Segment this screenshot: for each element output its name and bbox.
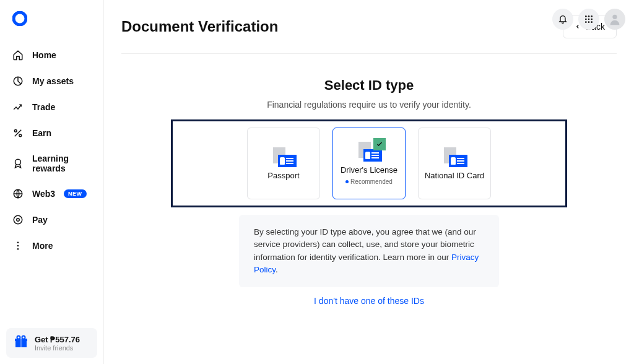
sidebar: Home My assets Trade Earn Learning rewar… xyxy=(0,0,104,364)
svg-point-18 xyxy=(591,15,593,17)
sidebar-item-pay[interactable]: Pay xyxy=(0,208,103,232)
notifications-button[interactable] xyxy=(552,9,573,30)
section-subtitle: Financial regulations require us to veri… xyxy=(171,100,567,110)
home-icon xyxy=(12,50,24,61)
section-title: Select ID type xyxy=(171,77,567,93)
svg-point-20 xyxy=(588,19,590,20)
invite-friends-box[interactable]: Get ₱557.76 Invite friends xyxy=(6,328,97,358)
svg-point-14 xyxy=(17,336,20,339)
id-options: Passport Driver's License Recommended xyxy=(181,128,557,199)
id-card-icon xyxy=(271,147,297,167)
check-icon xyxy=(373,138,386,150)
sidebar-item-label: Trade xyxy=(32,102,55,112)
award-icon xyxy=(12,158,24,169)
logo[interactable] xyxy=(12,11,27,26)
invite-title: Get ₱557.76 xyxy=(35,335,80,344)
sidebar-item-label: Learning rewards xyxy=(32,154,91,173)
page-header: Document Verification Back xyxy=(121,15,617,54)
main-content: Document Verification Back Select ID typ… xyxy=(104,0,634,364)
svg-point-22 xyxy=(585,21,587,23)
svg-point-8 xyxy=(17,241,19,243)
id-card-icon xyxy=(441,147,467,167)
sidebar-item-label: More xyxy=(32,241,53,251)
id-card-icon xyxy=(356,142,382,162)
svg-point-2 xyxy=(14,129,17,132)
chart-icon xyxy=(12,102,24,113)
svg-point-23 xyxy=(588,21,590,23)
sidebar-nav: Home My assets Trade Earn Learning rewar… xyxy=(0,43,103,258)
header-actions xyxy=(552,9,625,30)
pie-icon xyxy=(12,76,24,87)
disclaimer-text: By selecting your ID type above, you agr… xyxy=(254,227,476,262)
avatar[interactable] xyxy=(604,9,625,30)
percent-icon xyxy=(12,128,24,139)
svg-point-6 xyxy=(14,215,22,224)
globe-icon xyxy=(12,188,24,199)
sidebar-item-label: Pay xyxy=(32,215,48,225)
gift-icon xyxy=(14,334,28,352)
sidebar-item-label: Home xyxy=(32,50,56,60)
new-badge: NEW xyxy=(64,189,87,198)
id-options-highlight: Passport Driver's License Recommended xyxy=(171,119,567,207)
svg-rect-13 xyxy=(20,339,22,347)
svg-point-4 xyxy=(15,159,21,165)
disclaimer: By selecting your ID type above, you agr… xyxy=(239,215,499,287)
svg-point-25 xyxy=(612,15,617,19)
sidebar-item-earn[interactable]: Earn xyxy=(0,121,103,145)
id-option-passport[interactable]: Passport xyxy=(247,128,320,199)
svg-point-16 xyxy=(585,15,587,17)
svg-point-7 xyxy=(17,219,20,222)
svg-point-10 xyxy=(17,248,19,250)
id-label: Passport xyxy=(267,171,299,180)
sidebar-item-label: Earn xyxy=(32,128,51,138)
disclaimer-end: . xyxy=(276,265,278,274)
sidebar-item-trade[interactable]: Trade xyxy=(0,95,103,119)
id-label: National ID Card xyxy=(425,171,484,180)
id-label: Driver's License xyxy=(341,165,397,175)
svg-point-0 xyxy=(14,12,26,25)
recommended-badge: Recommended xyxy=(345,178,393,185)
svg-point-3 xyxy=(19,134,22,137)
content: Select ID type Financial regulations req… xyxy=(171,77,567,306)
svg-point-24 xyxy=(591,21,593,23)
svg-point-9 xyxy=(17,245,19,247)
apps-button[interactable] xyxy=(578,9,599,30)
sidebar-item-more[interactable]: More xyxy=(0,234,103,258)
sidebar-item-assets[interactable]: My assets xyxy=(0,69,103,93)
svg-point-19 xyxy=(585,19,587,20)
coin-icon xyxy=(12,214,24,225)
more-icon xyxy=(12,240,24,251)
svg-point-17 xyxy=(588,15,590,17)
sidebar-item-label: My assets xyxy=(32,76,74,86)
sidebar-item-web3[interactable]: Web3 NEW xyxy=(0,182,103,206)
id-option-drivers-license[interactable]: Driver's License Recommended xyxy=(332,128,406,199)
invite-subtitle: Invite friends xyxy=(35,344,80,352)
svg-point-21 xyxy=(591,19,593,20)
sidebar-item-learning[interactable]: Learning rewards xyxy=(0,147,103,180)
no-id-link[interactable]: I don't have one of these IDs xyxy=(171,296,567,306)
sidebar-item-home[interactable]: Home xyxy=(0,43,103,67)
id-option-national-id[interactable]: National ID Card xyxy=(418,128,491,199)
svg-point-15 xyxy=(22,336,25,339)
page-title: Document Verification xyxy=(121,18,278,35)
sidebar-item-label: Web3 xyxy=(32,189,55,199)
